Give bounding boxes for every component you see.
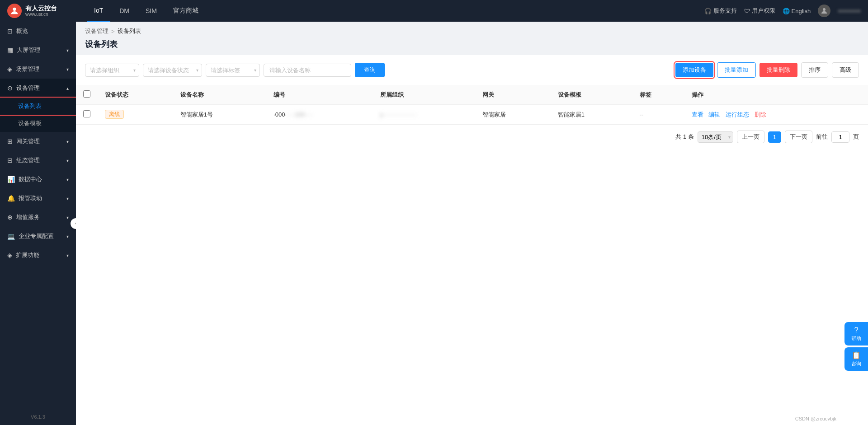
org-filter-wrapper: 请选择组织 ▾ bbox=[85, 64, 139, 77]
sidebar-item-device-template[interactable]: 设备模板 bbox=[0, 115, 76, 132]
action-edit[interactable]: 编辑 bbox=[708, 111, 720, 118]
col-template: 设备模板 bbox=[551, 85, 632, 105]
next-page-btn[interactable]: 下一页 bbox=[785, 131, 812, 143]
search-button[interactable]: 查询 bbox=[355, 63, 385, 77]
device-status-cell: 离线 bbox=[98, 105, 173, 125]
alarm-icon: 🔔 bbox=[7, 195, 15, 202]
current-page-btn[interactable]: 1 bbox=[768, 131, 781, 143]
sidebar-label-overview: 概览 bbox=[16, 27, 28, 35]
action-delete[interactable]: 删除 bbox=[755, 111, 766, 118]
sidebar-label-extension: 扩展功能 bbox=[16, 251, 39, 259]
avatar[interactable] bbox=[818, 5, 830, 17]
sidebar-label-enterprise: 企业专属配置 bbox=[19, 232, 54, 240]
device-name-cell: 智能家居1号 bbox=[173, 105, 267, 125]
main-layout: ⊡ 概览 ▦ 大屏管理 ▾ ◈ 场景管理 ▾ ⊙ 设备管理 ▴ bbox=[0, 22, 868, 425]
sidebar-label-config: 组态管理 bbox=[16, 156, 40, 164]
version-label: V6.1.3 bbox=[0, 409, 76, 425]
chevron-down-icon7: ▾ bbox=[66, 215, 69, 220]
toolbar-right: 添加设备 批量添加 批量删除 排序 高级 bbox=[675, 62, 859, 78]
action-run-config[interactable]: 运行组态 bbox=[726, 111, 749, 118]
batch-delete-button[interactable]: 批量删除 bbox=[760, 63, 797, 77]
advanced-button[interactable]: 高级 bbox=[832, 62, 859, 78]
tag-filter-select[interactable]: 请选择标签 bbox=[206, 64, 260, 77]
total-count: 共 1 条 bbox=[675, 133, 693, 141]
question-icon: ? bbox=[854, 326, 859, 334]
nav-sim[interactable]: SIM bbox=[138, 0, 164, 22]
prev-page-btn[interactable]: 上一页 bbox=[737, 131, 764, 143]
sidebar-device-submenu: 设备列表 设备模板 bbox=[0, 98, 76, 132]
sidebar-label-scene: 场景管理 bbox=[16, 65, 39, 73]
batch-add-button[interactable]: 批量添加 bbox=[717, 62, 756, 78]
logo-title: 有人云控台 bbox=[25, 5, 57, 12]
sidebar-item-alarm[interactable]: 🔔 报管联动 ▾ bbox=[0, 189, 76, 208]
tag-filter-wrapper: 请选择标签 ▾ bbox=[206, 64, 260, 77]
support-btn[interactable]: 🎧 服务支持 bbox=[704, 7, 737, 15]
content-area: 设备管理 > 设备列表 设备列表 请选择组织 ▾ 请选择设备状态 ▾ bbox=[76, 22, 868, 425]
device-org-cell: y····················· bbox=[373, 105, 476, 125]
device-template-cell: 智能家居1 bbox=[551, 105, 632, 125]
permissions-btn[interactable]: 🛡 用户权限 bbox=[744, 7, 775, 15]
status-filter-wrapper: 请选择设备状态 ▾ bbox=[143, 64, 202, 77]
org-filter-select[interactable]: 请选择组织 bbox=[85, 64, 139, 77]
top-menu: IoT DM SIM 官方商城 bbox=[87, 0, 206, 22]
consult-button[interactable]: 📋 咨询 bbox=[844, 347, 868, 371]
per-page-select[interactable]: 10条/页 20条/页 50条/页 bbox=[698, 131, 733, 143]
goto-input[interactable] bbox=[831, 131, 849, 143]
sidebar-item-gateway[interactable]: ⊞ 网关管理 ▾ bbox=[0, 132, 76, 151]
sidebar-label-value: 增值服务 bbox=[16, 213, 40, 221]
language-btn[interactable]: 🌐 English bbox=[783, 8, 811, 14]
goto-suffix: 页 bbox=[853, 133, 859, 141]
sidebar-label-bigscreen: 大屏管理 bbox=[17, 46, 40, 54]
select-all-checkbox[interactable] bbox=[83, 90, 90, 98]
nav-dm[interactable]: DM bbox=[112, 0, 137, 22]
pagination: 共 1 条 10条/页 20条/页 50条/页 ▾ 上一页 1 下一页 前往 页 bbox=[76, 125, 868, 149]
sort-button[interactable]: 排序 bbox=[801, 62, 828, 78]
device-number-cell: ·000······100····· bbox=[266, 105, 373, 125]
sidebar-item-scene[interactable]: ◈ 场景管理 ▾ bbox=[0, 60, 76, 79]
col-org: 所属组织 bbox=[373, 85, 476, 105]
floating-help: ? 帮助 📋 咨询 bbox=[844, 322, 868, 371]
sidebar-label-device: 设备管理 bbox=[16, 84, 40, 92]
overview-icon: ⊡ bbox=[7, 28, 13, 35]
action-view[interactable]: 查看 bbox=[692, 111, 703, 118]
value-icon: ⊕ bbox=[7, 214, 13, 221]
sidebar-item-value-added[interactable]: ⊕ 增值服务 ▾ bbox=[0, 208, 76, 227]
sidebar-item-device-mgmt[interactable]: ⊙ 设备管理 ▴ bbox=[0, 79, 76, 98]
add-device-button[interactable]: 添加设备 bbox=[675, 63, 713, 77]
chevron-down-icon: ▾ bbox=[66, 48, 69, 53]
shield-icon: 🛡 bbox=[744, 8, 750, 14]
col-name: 设备名称 bbox=[173, 85, 267, 105]
sidebar-item-extension[interactable]: ◈ 扩展功能 ▾ bbox=[0, 246, 76, 265]
device-actions-cell: 查看 编辑 运行组态 删除 bbox=[684, 105, 868, 125]
chevron-down-icon9: ▾ bbox=[66, 253, 69, 258]
sidebar-item-device-list[interactable]: 设备列表 bbox=[0, 98, 76, 115]
row-checkbox-1[interactable] bbox=[83, 110, 90, 117]
logo-text: 有人云控台 www.usr.cn bbox=[25, 5, 57, 18]
nav-shop[interactable]: 官方商城 bbox=[166, 0, 206, 22]
org-blur: y····················· bbox=[380, 111, 417, 118]
username: ●●●●●●● bbox=[838, 8, 861, 14]
device-name-input[interactable] bbox=[264, 64, 351, 77]
sidebar-label-datacenter: 数据中心 bbox=[19, 175, 42, 183]
goto-prefix: 前往 bbox=[816, 133, 828, 141]
breadcrumb-parent[interactable]: 设备管理 bbox=[85, 27, 108, 35]
sidebar-item-bigscreen[interactable]: ▦ 大屏管理 ▾ bbox=[0, 41, 76, 60]
consult-icon: 📋 bbox=[852, 351, 861, 360]
nav-iot[interactable]: IoT bbox=[87, 0, 110, 22]
breadcrumb-separator: > bbox=[111, 28, 115, 35]
help-button[interactable]: ? 帮助 bbox=[844, 322, 868, 346]
sidebar-item-enterprise[interactable]: 💻 企业专属配置 ▾ bbox=[0, 227, 76, 246]
status-filter-select[interactable]: 请选择设备状态 bbox=[143, 64, 202, 77]
col-number: 编号 bbox=[266, 85, 373, 105]
chevron-down-icon8: ▾ bbox=[66, 234, 69, 239]
col-gateway: 网关 bbox=[475, 85, 551, 105]
device-gateway-cell: 智能家居 bbox=[475, 105, 551, 125]
config-icon: ⊟ bbox=[7, 157, 13, 164]
sidebar-item-datacenter[interactable]: 📊 数据中心 ▾ bbox=[0, 170, 76, 189]
chevron-up-icon: ▴ bbox=[66, 86, 69, 91]
sidebar-item-overview[interactable]: ⊡ 概览 bbox=[0, 22, 76, 41]
breadcrumb: 设备管理 > 设备列表 bbox=[76, 22, 868, 39]
bigscreen-icon: ▦ bbox=[7, 47, 13, 54]
col-actions: 操作 bbox=[684, 85, 868, 105]
sidebar-item-config[interactable]: ⊟ 组态管理 ▾ bbox=[0, 151, 76, 170]
